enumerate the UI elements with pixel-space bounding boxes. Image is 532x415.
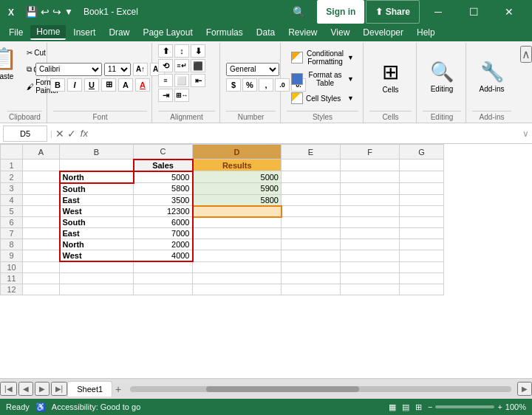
cell-g5[interactable] [400, 206, 444, 217]
cell-f6[interactable] [341, 217, 400, 228]
undo-icon[interactable]: ↩ [41, 6, 50, 18]
align-center-button[interactable]: ≡ [158, 74, 173, 87]
cell-f3[interactable] [341, 183, 400, 195]
cell-a1[interactable] [23, 160, 60, 171]
redo-icon[interactable]: ↪ [52, 6, 61, 18]
cell-a12[interactable] [23, 284, 60, 295]
cell-d12[interactable] [193, 284, 282, 295]
indent-increase-button[interactable]: ⇥ [158, 89, 173, 102]
zoom-out-button[interactable]: − [428, 402, 432, 411]
cell-g10[interactable] [400, 261, 444, 272]
font-size-select[interactable]: 11 [104, 63, 131, 76]
cell-f8[interactable] [341, 239, 400, 250]
cell-c5[interactable]: 12300 [134, 206, 193, 217]
cell-d7[interactable] [193, 228, 282, 239]
font-name-select[interactable]: Calibri [35, 63, 102, 76]
number-format-select[interactable]: General [226, 63, 279, 76]
menu-developer[interactable]: Developer [357, 26, 409, 39]
page-layout-icon[interactable]: ▤ [402, 402, 409, 412]
save-icon[interactable]: 💾 [25, 6, 38, 18]
share-button[interactable]: ⬆ Share [366, 0, 420, 24]
sheet-tab-sheet1[interactable]: Sheet1 [67, 381, 112, 397]
col-header-c[interactable]: C [134, 145, 193, 160]
cell-b2[interactable]: North [60, 171, 134, 183]
align-right-button[interactable]: ⬜ [174, 74, 189, 87]
name-box[interactable] [3, 126, 47, 142]
menu-review[interactable]: Review [282, 26, 323, 39]
customize-icon[interactable]: ▼ [64, 7, 73, 17]
align-left-button[interactable]: ⬛ [191, 59, 205, 72]
cell-d11[interactable] [193, 272, 282, 284]
cell-a6[interactable] [23, 217, 60, 228]
cell-a5[interactable] [23, 206, 60, 217]
cell-b11[interactable] [60, 272, 134, 284]
page-break-icon[interactable]: ⊞ [415, 402, 422, 412]
cell-e12[interactable] [282, 284, 341, 295]
cell-a4[interactable] [23, 194, 60, 206]
cell-e7[interactable] [282, 228, 341, 239]
menu-draw[interactable]: Draw [103, 26, 135, 39]
cells-button[interactable]: ⊞ Cells [378, 58, 404, 96]
col-header-e[interactable]: E [282, 145, 341, 160]
collapse-ribbon-button[interactable]: ∧ [520, 46, 532, 63]
cell-c4[interactable]: 3500 [134, 194, 193, 206]
increase-font-button[interactable]: A↑ [133, 63, 148, 76]
cell-b1[interactable] [60, 160, 134, 171]
fill-color-button[interactable]: A [118, 78, 133, 92]
cell-g11[interactable] [400, 272, 444, 284]
cell-f10[interactable] [341, 261, 400, 272]
cell-d4[interactable]: 5800 [193, 194, 282, 206]
cell-f9[interactable] [341, 250, 400, 262]
cell-e10[interactable] [282, 261, 341, 272]
cell-b3[interactable]: South [60, 183, 134, 195]
add-sheet-button[interactable]: + [112, 380, 124, 398]
align-middle-button[interactable]: ↕ [174, 44, 189, 58]
italic-button[interactable]: I [67, 78, 82, 92]
merge-center-button[interactable]: ⊞↔ [174, 89, 189, 102]
comma-button[interactable]: , [259, 78, 273, 92]
horizontal-scrollbar[interactable] [124, 386, 517, 392]
cell-c6[interactable]: 6000 [134, 217, 193, 228]
wrap-text-button[interactable]: ≡↵ [174, 59, 189, 72]
cell-e5[interactable] [282, 206, 341, 217]
cell-c9[interactable]: 4000 [134, 250, 193, 262]
cell-d1[interactable]: Results [193, 160, 282, 171]
text-angle-button[interactable]: ⟲ [158, 59, 173, 72]
cell-c10[interactable] [134, 261, 193, 272]
col-header-f[interactable]: F [341, 145, 400, 160]
cell-d2[interactable]: 5000 [193, 171, 282, 183]
addins-button[interactable]: 🔧 Add-ins [476, 58, 508, 95]
paste-button[interactable]: 📋 Paste [0, 44, 21, 83]
menu-home[interactable]: Home [30, 25, 66, 40]
menu-file[interactable]: File [3, 26, 29, 39]
cell-g6[interactable] [400, 217, 444, 228]
cell-e11[interactable] [282, 272, 341, 284]
cell-b10[interactable] [60, 261, 134, 272]
format-as-table-button[interactable]: Format as Table ▼ [287, 69, 358, 89]
percent-button[interactable]: % [242, 78, 257, 92]
cell-b9[interactable]: West [60, 250, 134, 262]
conditional-formatting-button[interactable]: Conditional Formatting ▼ [287, 48, 358, 67]
scroll-right-button[interactable]: ▶ [517, 382, 532, 396]
cell-b12[interactable] [60, 284, 134, 295]
last-sheet-button[interactable]: ▶| [51, 382, 68, 396]
cell-c3[interactable]: 5800 [134, 183, 193, 195]
col-header-g[interactable]: G [400, 145, 444, 160]
menu-formulas[interactable]: Formulas [200, 26, 249, 39]
cell-g12[interactable] [400, 284, 444, 295]
cell-g2[interactable] [400, 171, 444, 183]
cell-d9[interactable] [193, 250, 282, 262]
cell-f5[interactable] [341, 206, 400, 217]
cell-g8[interactable] [400, 239, 444, 250]
confirm-formula-icon[interactable]: ✓ [67, 128, 76, 140]
cell-c11[interactable] [134, 272, 193, 284]
cell-a2[interactable] [23, 171, 60, 183]
cell-a8[interactable] [23, 239, 60, 250]
signin-button[interactable]: Sign in [317, 0, 364, 24]
restore-button[interactable]: ☐ [457, 0, 491, 24]
align-top-button[interactable]: ⬆ [158, 44, 173, 58]
menu-page-layout[interactable]: Page Layout [137, 26, 198, 39]
search-button[interactable]: 🔍 [282, 0, 316, 24]
cell-f7[interactable] [341, 228, 400, 239]
cell-c8[interactable]: 2000 [134, 239, 193, 250]
